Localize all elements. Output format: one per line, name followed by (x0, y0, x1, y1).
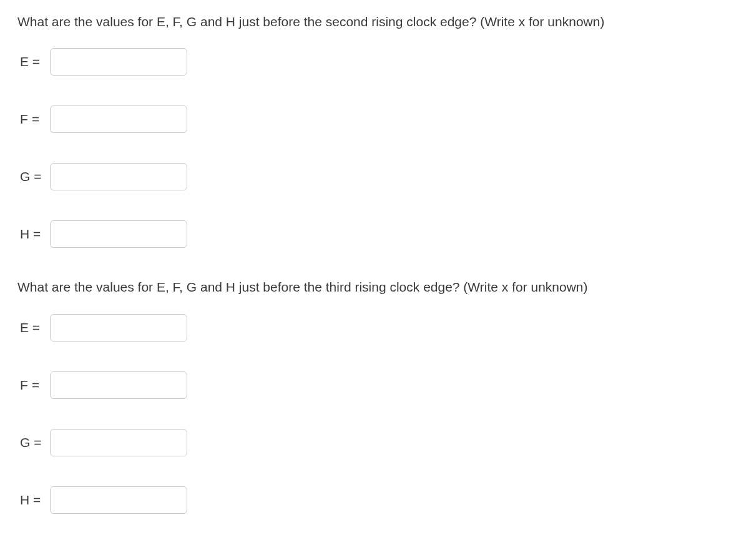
field-input-f-1[interactable] (50, 106, 187, 133)
question-1-text: What are the values for E, F, G and H ju… (17, 12, 732, 31)
question-2-text: What are the values for E, F, G and H ju… (17, 278, 732, 296)
field-label-e-1: E = (20, 54, 50, 69)
question-section-2: What are the values for E, F, G and H ju… (17, 278, 732, 513)
field-input-e-1[interactable] (50, 48, 187, 76)
field-input-h-1[interactable] (50, 220, 187, 248)
field-label-f-2: F = (20, 378, 50, 393)
field-row-g-2: G = (20, 429, 732, 456)
field-row-e-1: E = (20, 48, 732, 76)
field-label-h-1: H = (20, 227, 50, 242)
field-row-f-2: F = (20, 371, 732, 399)
field-row-h-1: H = (20, 220, 732, 248)
field-input-g-1[interactable] (50, 163, 187, 190)
field-input-f-2[interactable] (50, 371, 187, 399)
field-label-h-2: H = (20, 493, 50, 508)
field-input-h-2[interactable] (50, 486, 187, 514)
field-row-e-2: E = (20, 314, 732, 341)
field-row-h-2: H = (20, 486, 732, 514)
field-label-e-2: E = (20, 320, 50, 335)
field-label-g-2: G = (20, 435, 50, 450)
field-row-f-1: F = (20, 106, 732, 133)
field-label-f-1: F = (20, 112, 50, 127)
field-row-g-1: G = (20, 163, 732, 190)
field-label-g-1: G = (20, 169, 50, 184)
question-section-1: What are the values for E, F, G and H ju… (17, 12, 732, 248)
field-input-g-2[interactable] (50, 429, 187, 456)
field-input-e-2[interactable] (50, 314, 187, 341)
